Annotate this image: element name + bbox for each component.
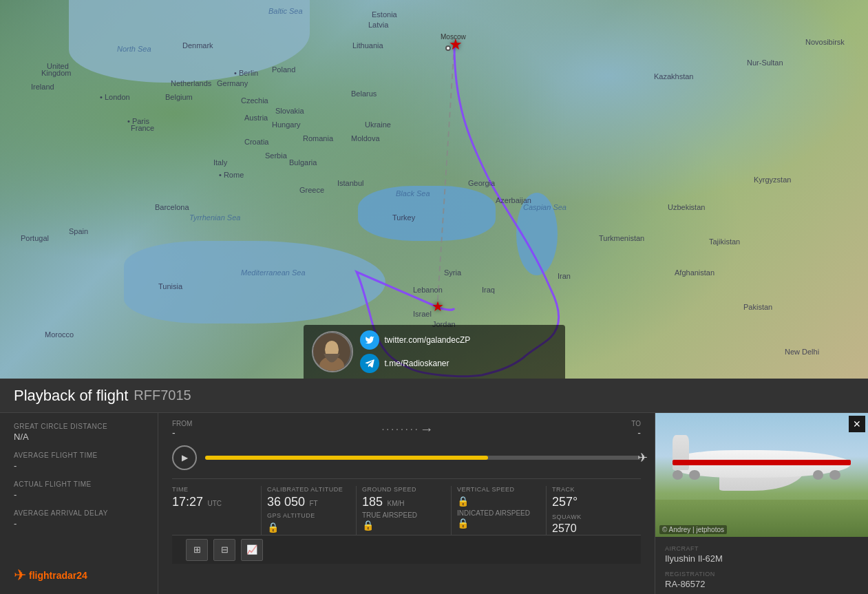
playback-header: Playback of flight RFF7015 <box>0 379 868 413</box>
main-content: GREAT CIRCLE DISTANCE N/A AVERAGE FLIGHT… <box>0 413 868 594</box>
map-container: ★ ★ United Kingdom Ireland North Sea Den… <box>0 0 868 379</box>
time-label: TIME <box>172 486 255 493</box>
avg-arrival-delay-stat: AVERAGE ARRIVAL DELAY - <box>14 509 144 529</box>
aircraft-label: AIRCRAFT <box>665 545 858 552</box>
squawk-value: 2570 <box>552 522 635 535</box>
ground-speed-value: 185 <box>362 495 383 509</box>
route-to: TO - <box>489 420 641 438</box>
toolbar-btn-2[interactable]: ⊟ <box>213 539 235 561</box>
black-sea-water <box>358 186 496 241</box>
avg-arrival-delay-label: AVERAGE ARRIVAL DELAY <box>14 509 144 517</box>
ground-speed-label: GROUND SPEED <box>362 486 445 493</box>
squawk-label: SQUAWK <box>552 513 635 520</box>
photo-panel: ✕ © Andrey | jetphotos <box>655 413 868 594</box>
indicated-airspeed-label: INDICATED AIRSPEED <box>457 509 540 517</box>
departure-marker: ★ <box>449 36 463 54</box>
aircraft-value: Ilyushin Il-62M <box>665 553 858 564</box>
svg-point-4 <box>326 341 338 353</box>
registration-value: RA-86572 <box>665 579 858 589</box>
track-squawk-field: TRACK 257° SQUAWK 2570 <box>547 486 641 535</box>
social-avatar <box>312 331 353 372</box>
flight-id: RFF7015 <box>134 388 191 403</box>
actual-flight-time-label: ACTUAL FLIGHT TIME <box>14 480 144 488</box>
calibrated-alt-label: CALIBRATED ALTITUDE <box>267 486 350 493</box>
current-position-marker: ★ <box>432 298 444 315</box>
telegram-icon <box>360 354 379 373</box>
gps-alt-field: GPS ALTITUDE 🔒 <box>267 512 350 533</box>
great-circle-label: GREAT CIRCLE DISTANCE <box>14 423 144 430</box>
play-button[interactable]: ▶ <box>172 445 197 470</box>
toolbar-btn-3[interactable]: 📈 <box>241 539 263 561</box>
avg-flight-time-value: - <box>14 460 144 471</box>
data-fields: TIME 17:27 UTC CALIBRATED ALTITUDE 36 05… <box>172 478 641 535</box>
route-row: FROM - · · · · · · · · → TO - <box>172 420 641 438</box>
telegram-link[interactable]: t.me/Radioskaner <box>360 354 471 373</box>
route-from: FROM - <box>172 420 324 438</box>
aircraft-photo: © Andrey | jetphotos <box>655 413 868 537</box>
toolbar-btn-1[interactable]: ⊞ <box>186 539 208 561</box>
avatar-image <box>313 332 352 371</box>
logo-text: flightradar24 <box>29 570 87 581</box>
from-label: FROM <box>172 420 324 427</box>
time-unit: UTC <box>208 500 222 507</box>
registration-label: REGISTRATION <box>665 571 858 577</box>
telegram-url: t.me/Radioskaner <box>385 359 449 368</box>
from-value: - <box>172 427 324 438</box>
route-arrow: · · · · · · · · → <box>330 421 482 437</box>
calibrated-alt-value-row: 36 050 FT <box>267 495 350 509</box>
registration-section: REGISTRATION RA-86572 <box>665 571 858 589</box>
playback-controls: ▶ ✈ <box>172 445 641 470</box>
gps-alt-lock-icon: 🔒 <box>267 522 279 533</box>
great-circle-stat: GREAT CIRCLE DISTANCE N/A <box>14 423 144 442</box>
avg-flight-time-stat: AVERAGE FLIGHT TIME - <box>14 452 144 471</box>
time-value-row: 17:27 UTC <box>172 495 255 509</box>
actual-flight-time-value: - <box>14 489 144 500</box>
social-overlay: twitter.com/galandecZP t.me/Radioskaner <box>304 325 565 379</box>
to-value: - <box>489 427 641 438</box>
engine-2 <box>689 470 699 480</box>
caspian-sea-water <box>516 193 558 275</box>
vertical-speed-field: VERTICAL SPEED 🔒 INDICATED AIRSPEED 🔒 <box>452 486 547 535</box>
ground-speed-value-row: 185 KM/H <box>362 495 445 509</box>
fr24-logo: ✈ flightradar24 <box>14 566 144 584</box>
ground-speed-unit: KM/H <box>388 500 405 507</box>
progress-bar-fill <box>205 456 488 460</box>
twitter-link[interactable]: twitter.com/galandecZP <box>360 330 471 350</box>
gps-section: GPS ALTITUDE 🔒 <box>267 512 350 533</box>
twitter-icon <box>360 330 379 350</box>
to-label: TO <box>489 420 641 427</box>
moscow-dot <box>445 45 451 51</box>
vertical-speed-lock-icon: 🔒 <box>457 496 469 507</box>
plane-logo-icon: ✈ <box>14 566 26 584</box>
true-airspeed-label: TRUE AIRSPEED <box>362 511 445 519</box>
progress-bar[interactable]: ✈ <box>205 456 641 460</box>
photo-credit: © Andrey | jetphotos <box>659 525 727 534</box>
playback-panel: FROM - · · · · · · · · → TO - ▶ ✈ <box>158 413 655 594</box>
ground-speed-field: GROUND SPEED 185 KM/H TRUE AIRSPEED 🔒 <box>357 486 452 535</box>
playback-title: Playback of flight <box>14 387 128 405</box>
aircraft-info: AIRCRAFT Ilyushin Il-62M REGISTRATION RA… <box>655 537 868 594</box>
true-airspeed-lock-icon: 🔒 <box>362 520 374 531</box>
aircraft-progress-icon: ✈ <box>637 450 648 465</box>
calibrated-alt-unit: FT <box>310 500 318 507</box>
time-field: TIME 17:27 UTC <box>172 486 262 535</box>
stats-panel: GREAT CIRCLE DISTANCE N/A AVERAGE FLIGHT… <box>0 413 158 594</box>
vertical-speed-label: VERTICAL SPEED <box>457 486 540 493</box>
gps-alt-label: GPS ALTITUDE <box>267 512 350 519</box>
great-circle-value: N/A <box>14 432 144 442</box>
indicated-airspeed-lock-icon: 🔒 <box>457 518 469 529</box>
close-photo-button[interactable]: ✕ <box>849 416 865 432</box>
actual-flight-time-stat: ACTUAL FLIGHT TIME - <box>14 480 144 500</box>
avg-flight-time-label: AVERAGE FLIGHT TIME <box>14 452 144 459</box>
social-links-container: twitter.com/galandecZP t.me/Radioskaner <box>360 330 471 373</box>
aircraft-stripe <box>673 460 851 465</box>
time-value: 17:27 <box>172 495 203 509</box>
bottom-toolbar: ⊞ ⊟ 📈 <box>172 535 641 564</box>
bottom-panel: Playback of flight RFF7015 GREAT CIRCLE … <box>0 379 868 594</box>
calibrated-alt-field: CALIBRATED ALTITUDE 36 050 FT GPS ALTITU… <box>262 486 357 535</box>
avg-arrival-delay-value: - <box>14 518 144 529</box>
track-label: TRACK <box>552 486 635 493</box>
mediterranean-water <box>124 241 385 323</box>
twitter-url: twitter.com/galandecZP <box>385 335 471 345</box>
track-value: 257° <box>552 495 635 509</box>
